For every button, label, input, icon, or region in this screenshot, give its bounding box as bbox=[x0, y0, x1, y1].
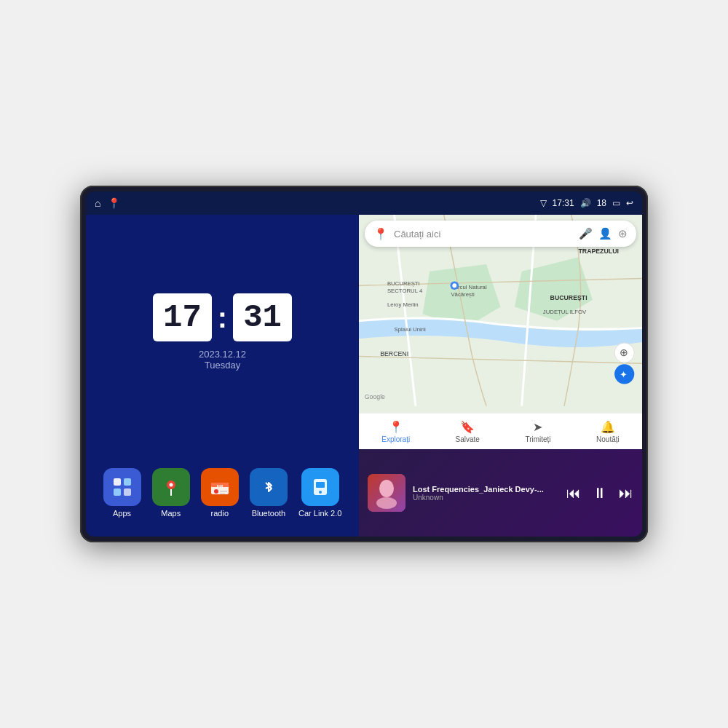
clock-minutes: 31 bbox=[233, 293, 292, 341]
clock-colon: : bbox=[218, 301, 227, 334]
svg-rect-25 bbox=[124, 478, 131, 486]
music-info: Lost Frequencies_Janieck Devy-... Unknow… bbox=[413, 485, 559, 502]
signal-icon: ▽ bbox=[540, 198, 547, 208]
apps-icon bbox=[103, 468, 141, 506]
svg-text:Văcărești: Văcărești bbox=[451, 291, 475, 298]
album-art-image bbox=[368, 474, 405, 512]
app-item-radio[interactable]: FM radio bbox=[201, 468, 239, 518]
explore-icon: 📍 bbox=[389, 420, 403, 434]
svg-text:FM: FM bbox=[216, 484, 223, 488]
map-background: TRAPEZULUI BUCUREȘTI JUDEȚUL ILFOV BERCE… bbox=[359, 215, 642, 449]
profile-icon[interactable]: 👤 bbox=[598, 227, 612, 240]
svg-text:SECTORUL 4: SECTORUL 4 bbox=[387, 288, 423, 294]
map-search-bar[interactable]: 📍 Căutați aici 🎤 👤 ⊛ bbox=[365, 221, 636, 247]
prev-button[interactable]: ⏮ bbox=[566, 485, 581, 502]
app-grid: Apps Maps bbox=[86, 449, 359, 537]
screen: ⌂ 📍 ▽ 17:31 🔊 18 ▭ ↩ 17 : 31 bbox=[86, 191, 642, 537]
main-content: 17 : 31 2023.12.12 Tuesday bbox=[86, 215, 642, 537]
news-label: Noutăți bbox=[596, 435, 620, 443]
radio-svg: FM bbox=[209, 477, 231, 497]
svg-text:Google: Google bbox=[365, 393, 385, 400]
play-pause-button[interactable]: ⏸ bbox=[593, 485, 607, 502]
music-artist: Unknown bbox=[413, 494, 559, 502]
svg-text:BUCUREȘTI: BUCUREȘTI bbox=[387, 280, 420, 287]
maps-svg bbox=[161, 477, 181, 497]
svg-point-18 bbox=[452, 283, 456, 288]
bluetooth-label: Bluetooth bbox=[252, 509, 285, 518]
maps-icon bbox=[152, 468, 190, 506]
clock-date: 2023.12.12 Tuesday bbox=[199, 349, 246, 371]
svg-text:TRAPEZULUI: TRAPEZULUI bbox=[578, 248, 618, 255]
saved-icon: 🔖 bbox=[460, 420, 475, 434]
svg-text:JUDEȚUL ILFOV: JUDEȚUL ILFOV bbox=[543, 309, 587, 315]
news-icon: 🔔 bbox=[601, 420, 615, 434]
apps-svg bbox=[112, 477, 132, 497]
clock-widget: 17 : 31 2023.12.12 Tuesday bbox=[86, 215, 359, 449]
svg-text:Splaiui Unirii: Splaiui Unirii bbox=[395, 326, 426, 333]
bluetooth-svg bbox=[258, 477, 279, 497]
map-nav-news[interactable]: 🔔 Noutăți bbox=[596, 420, 620, 443]
map-widget[interactable]: TRAPEZULUI BUCUREȘTI JUDEȚUL ILFOV BERCE… bbox=[359, 215, 642, 449]
maps-pin-icon: 📍 bbox=[373, 227, 388, 241]
time-display: 17:31 bbox=[553, 198, 574, 208]
map-search-actions: 🎤 👤 ⊛ bbox=[579, 227, 628, 240]
volume-level: 18 bbox=[597, 198, 606, 208]
radio-label: radio bbox=[211, 509, 229, 518]
app-item-apps[interactable]: Apps bbox=[103, 468, 141, 518]
svg-rect-26 bbox=[114, 488, 121, 496]
music-player: Lost Frequencies_Janieck Devy-... Unknow… bbox=[359, 449, 642, 537]
svg-rect-27 bbox=[124, 488, 131, 496]
svg-rect-24 bbox=[114, 478, 121, 486]
svg-point-39 bbox=[319, 491, 322, 494]
music-title: Lost Frequencies_Janieck Devy-... bbox=[413, 485, 559, 494]
svg-text:⊕: ⊕ bbox=[620, 347, 628, 358]
map-nav-explore[interactable]: 📍 Explorați bbox=[381, 420, 410, 443]
status-bar: ⌂ 📍 ▽ 17:31 🔊 18 ▭ ↩ bbox=[86, 191, 642, 215]
maps-label: Maps bbox=[161, 509, 181, 518]
maps-status-icon[interactable]: 📍 bbox=[108, 197, 120, 209]
apps-label: Apps bbox=[113, 509, 131, 518]
mic-icon[interactable]: 🎤 bbox=[579, 227, 593, 240]
svg-point-33 bbox=[214, 489, 218, 494]
status-bar-left: ⌂ 📍 bbox=[95, 197, 120, 209]
send-label: Trimiteți bbox=[525, 435, 550, 443]
explore-label: Explorați bbox=[381, 435, 410, 443]
svg-rect-38 bbox=[316, 482, 325, 488]
app-item-maps[interactable]: Maps bbox=[152, 468, 190, 518]
send-icon: ➤ bbox=[533, 420, 542, 434]
search-placeholder[interactable]: Căutați aici bbox=[394, 229, 573, 240]
album-art-svg bbox=[368, 474, 405, 512]
map-nav-send[interactable]: ➤ Trimiteți bbox=[525, 420, 550, 443]
carlink-label: Car Link 2.0 bbox=[298, 509, 341, 518]
home-icon[interactable]: ⌂ bbox=[95, 197, 100, 209]
status-bar-right: ▽ 17:31 🔊 18 ▭ ↩ bbox=[540, 198, 633, 208]
svg-text:✦: ✦ bbox=[620, 370, 628, 380]
svg-text:BERCENI: BERCENI bbox=[380, 350, 408, 357]
back-icon[interactable]: ↩ bbox=[626, 198, 633, 208]
svg-text:Leroy Merlin: Leroy Merlin bbox=[387, 301, 419, 308]
bluetooth-icon bbox=[250, 468, 288, 506]
album-art bbox=[368, 474, 405, 512]
car-display-device: ⌂ 📍 ▽ 17:31 🔊 18 ▭ ↩ 17 : 31 bbox=[80, 186, 648, 542]
map-bottom-nav: 📍 Explorați 🔖 Salvate ➤ Trimiteți 🔔 bbox=[359, 413, 642, 449]
battery-icon: ▭ bbox=[612, 198, 620, 208]
svg-text:BUCUREȘTI: BUCUREȘTI bbox=[550, 294, 587, 301]
music-controls: ⏮ ⏸ ⏭ bbox=[566, 485, 633, 502]
svg-point-41 bbox=[379, 480, 394, 497]
volume-icon: 🔊 bbox=[580, 198, 591, 208]
carlink-svg bbox=[310, 477, 331, 497]
app-item-bluetooth[interactable]: Bluetooth bbox=[250, 468, 288, 518]
radio-icon: FM bbox=[201, 468, 239, 506]
layers-icon[interactable]: ⊛ bbox=[618, 227, 628, 240]
map-nav-saved[interactable]: 🔖 Salvate bbox=[456, 420, 480, 443]
app-item-carlink[interactable]: Car Link 2.0 bbox=[298, 468, 341, 518]
svg-point-29 bbox=[169, 483, 173, 487]
carlink-icon bbox=[301, 468, 339, 506]
clock-display: 17 : 31 bbox=[153, 293, 292, 341]
next-button[interactable]: ⏭ bbox=[619, 485, 633, 502]
saved-label: Salvate bbox=[456, 435, 480, 443]
clock-hours: 17 bbox=[153, 293, 212, 341]
svg-point-42 bbox=[376, 497, 397, 509]
